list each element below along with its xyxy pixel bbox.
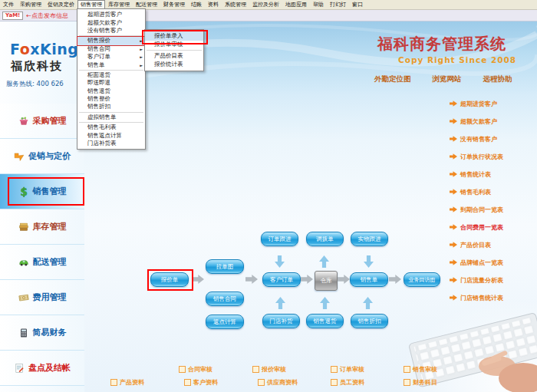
sidebar-item-purchase[interactable]: 采购管理: [0, 104, 84, 139]
flow-node-order-tracking[interactable]: 订单跟进: [261, 232, 298, 246]
legend-label: 销售审核: [413, 365, 437, 374]
dropdown-item-rebate-calc[interactable]: 销售返点计算: [77, 131, 145, 139]
sidebar-menu: 采购管理 促销与定价 $ 销售管理 库存管理: [0, 104, 84, 386]
legend-label: 订单审核: [340, 365, 364, 374]
publish-info-message[interactable]: ←点击发布信息: [26, 12, 68, 20]
menu-item-monitor[interactable]: 监控及分析: [249, 0, 282, 9]
legend-quote-review[interactable]: 报价审核: [252, 365, 286, 374]
dropdown-item-instant-return[interactable]: 即送即退: [77, 79, 145, 87]
submenu-item-quote-stats[interactable]: 报价统计表: [145, 61, 203, 70]
flow-node-physical-tracking[interactable]: 实物跟进: [351, 232, 388, 246]
menu-item-help[interactable]: 帮助: [310, 0, 327, 9]
report-link-order-execution[interactable]: 订单执行状况表: [450, 148, 503, 166]
menu-item-slideshow[interactable]: 打幻灯: [327, 0, 349, 9]
dropdown-item-store-replenish-report[interactable]: 门店补货表: [77, 140, 145, 147]
report-link-price-list[interactable]: 产品价目表: [450, 236, 503, 254]
dropdown-item-gross-profit-report[interactable]: 销售毛利表: [77, 124, 145, 131]
report-link-brand-outlets[interactable]: 品牌铺点一览表: [450, 254, 503, 272]
submenu-arrow-icon: ►: [140, 63, 143, 68]
service-hotline: 服务热线: 400 626: [6, 80, 64, 89]
flow-node-sales-contract[interactable]: 销售合同: [206, 292, 244, 306]
doc-square-icon: [331, 366, 338, 373]
orange-arrow-icon: [450, 295, 457, 302]
menu-item-file[interactable]: 文件: [0, 0, 17, 9]
dropdown-item-label: 销售返点计算: [87, 132, 122, 140]
sidebar-item-promotion[interactable]: 促销与定价: [0, 139, 84, 174]
sidebar-item-inventory[interactable]: 库存管理: [0, 209, 84, 245]
dropdown-item-sales-return[interactable]: 销售退货: [77, 87, 145, 95]
sidebar-item-delivery[interactable]: 配送管理: [0, 245, 84, 280]
flow-node-rebate-calc[interactable]: 返点计算: [206, 315, 244, 329]
dropdown-item-overcredit-customers[interactable]: 超额欠款客户: [77, 18, 145, 26]
menu-separator: [79, 70, 143, 71]
sidebar-item-label: 促销与定价: [28, 150, 71, 162]
flow-node-sales-order[interactable]: 销售单: [350, 272, 388, 287]
submenu-item-product-price-list[interactable]: 产品价目表: [145, 51, 203, 61]
flow-node-business-visit[interactable]: 业务回访图: [404, 272, 440, 287]
menu-item-promotion[interactable]: 促销及定价: [44, 0, 77, 9]
sidebar-item-label: 盘点及结帐: [28, 362, 71, 374]
sidebar-item-stocktake[interactable]: 盘点及结帐: [0, 351, 84, 386]
submenu-item-label: 报价统计表: [154, 61, 183, 68]
legend-finance-accounts[interactable]: 财务科目: [404, 378, 437, 387]
dropdown-item-customer-order[interactable]: 客户订单►: [77, 53, 145, 61]
legend-employee-data[interactable]: 员工资料: [331, 378, 364, 387]
doc-square-icon: [179, 366, 186, 373]
report-link-label: 没有销售客户: [460, 135, 497, 143]
flow-node-transfer-order[interactable]: 调拨单: [306, 232, 344, 246]
report-link-no-sales-customers[interactable]: 没有销售客户: [450, 130, 503, 148]
books-icon: [18, 222, 29, 232]
flow-node-warehouse[interactable]: 仓库: [315, 271, 338, 291]
menu-item-window[interactable]: 窗口: [349, 0, 366, 9]
flow-node-pull-chart[interactable]: 拉单图: [206, 259, 244, 274]
legend-customer-data[interactable]: 客户资料: [184, 378, 218, 387]
dropdown-item-label: 柜面退货: [87, 71, 110, 79]
dropdown-item-sales-contract[interactable]: 销售合同►: [77, 45, 145, 53]
report-link-expiring-contracts[interactable]: 到期合同一览表: [450, 201, 503, 219]
report-link-store-sales-stats[interactable]: 门店销售统计表: [450, 289, 503, 307]
legend-order-review[interactable]: 订单审核: [331, 365, 364, 374]
sidebar-item-expense[interactable]: 费用管理: [0, 280, 84, 315]
menu-item-data[interactable]: 资料: [205, 0, 222, 9]
orange-arrow-icon: [450, 136, 457, 143]
dropdown-item-sales-order[interactable]: 销售单►: [77, 61, 145, 68]
legend-contract-review[interactable]: 合同审核: [179, 365, 212, 374]
report-link-label: 合同费用一览表: [460, 223, 503, 232]
legend-supplier-data[interactable]: 供应商资料: [258, 378, 298, 387]
dropdown-item-sales-discount[interactable]: 销售折扣: [77, 103, 145, 110]
flow-node-store-replenish[interactable]: 门店补货: [262, 314, 300, 328]
link-remote-assist[interactable]: 远程协助: [483, 74, 512, 84]
report-link-label: 销售统计表: [460, 170, 491, 179]
flow-node-sales-discount[interactable]: 销售折扣: [351, 314, 388, 328]
sidebar-item-finance[interactable]: 简易财务: [0, 315, 84, 351]
report-link-overcredit[interactable]: 超额欠款客户: [450, 113, 503, 130]
dropdown-item-no-sales-customers[interactable]: 没有销售客户: [77, 27, 145, 35]
calculator-icon: [18, 328, 29, 338]
menu-item-purchase[interactable]: 采购管理: [17, 0, 44, 9]
legend-sales-review[interactable]: 销售审核: [404, 365, 437, 374]
dropdown-item-counter-return[interactable]: 柜面退货: [77, 71, 145, 79]
link-browse-website[interactable]: 浏览网站: [433, 74, 462, 84]
dollar-icon: $: [18, 186, 29, 197]
report-link-gross-profit[interactable]: 销售毛利表: [450, 183, 503, 201]
report-link-overdue-purchase[interactable]: 超期进货客户: [450, 95, 503, 113]
legend-product-data[interactable]: 产品资料: [110, 378, 144, 387]
dropdown-item-sales-price-adjust[interactable]: 销售整价: [77, 95, 145, 103]
menu-item-checkout[interactable]: 结账: [188, 0, 205, 9]
report-link-label: 品牌铺点一览表: [460, 259, 503, 267]
report-link-label: 超期进货客户: [460, 100, 497, 108]
sidebar-item-sales[interactable]: $ 销售管理: [0, 174, 84, 209]
dropdown-item-virtual-sales-order[interactable]: 虚拟销售单: [77, 114, 145, 121]
flow-node-customer-order[interactable]: 客户订单: [262, 272, 301, 287]
flow-node-sales-return[interactable]: 销售退货: [306, 314, 344, 328]
menu-item-system[interactable]: 系统管理: [222, 0, 249, 9]
report-link-contract-fees[interactable]: 合同费用一览表: [450, 219, 503, 236]
link-field-location-map[interactable]: 外勤定位图: [374, 74, 411, 84]
report-link-sales-stats[interactable]: 销售统计表: [450, 166, 503, 183]
report-link-store-traffic[interactable]: 门店流量分析表: [450, 272, 503, 289]
menu-item-finance[interactable]: 财务管理: [160, 0, 188, 9]
dropdown-item-sales-quote[interactable]: 销售报价►: [77, 37, 145, 44]
dropdown-item-overdue-purchase-customers[interactable]: 超期进货客户: [77, 11, 145, 18]
menu-item-map[interactable]: 地图应用: [282, 0, 310, 9]
yam-badge[interactable]: YaM!: [2, 12, 23, 20]
